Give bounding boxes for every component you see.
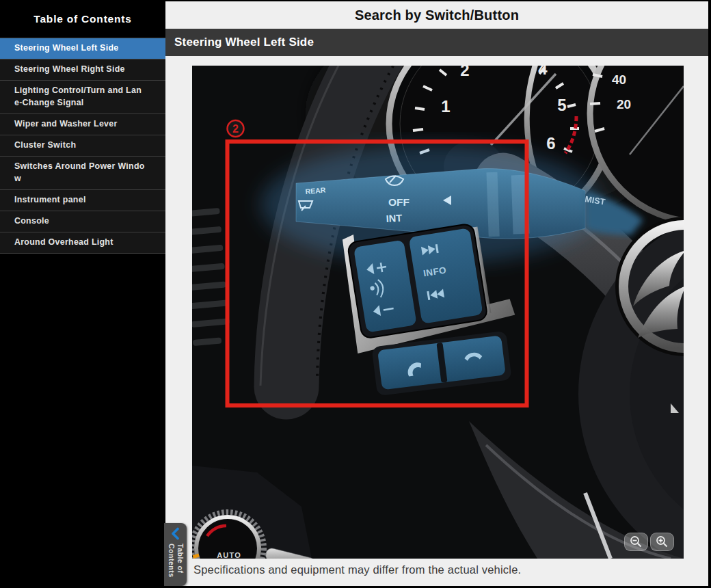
speedo-number-20: 20 — [617, 97, 631, 111]
zoom-out-button[interactable] — [624, 533, 648, 551]
figure-caption: Specifications and equipment may differ … — [193, 563, 521, 576]
section-title: Steering Wheel Left Side — [165, 29, 708, 56]
page-title: Search by Switch/Button — [165, 1, 708, 29]
tach-number-1: 1 — [441, 97, 450, 116]
toc-list: Steering Wheel Left Side Steering Wheel … — [0, 38, 165, 254]
zoom-out-icon — [630, 535, 643, 548]
sidebar-item-steering-wheel-right-side[interactable]: Steering Wheel Right Side — [0, 59, 165, 80]
steering-wheel-illustration: 1 2 4 5 6 P — [192, 66, 684, 559]
sidebar-item-cluster-switch[interactable]: Cluster Switch — [0, 135, 165, 156]
wiper-off-label: OFF — [388, 196, 410, 208]
steering-wheel-photo: 1 2 4 5 6 P — [192, 66, 684, 559]
sidebar-item-steering-wheel-left-side[interactable]: Steering Wheel Left Side — [0, 38, 165, 59]
tach-number-6: 6 — [546, 134, 555, 152]
sidebar-item-console[interactable]: Console — [0, 211, 165, 232]
speedo-number-40: 40 — [612, 72, 626, 87]
tach-number-5: 5 — [557, 96, 566, 114]
knob-auto-label: AUTO — [217, 551, 241, 559]
table-of-contents-sidebar: Table of Contents Steering Wheel Left Si… — [0, 0, 165, 588]
region-marker-number[interactable]: 2 — [232, 123, 239, 135]
zoom-in-icon — [656, 535, 669, 548]
sidebar-item-lighting-control[interactable]: Lighting Control/Turn and Lane-Change Si… — [0, 80, 165, 113]
zoom-in-button[interactable] — [650, 533, 674, 551]
sidebar-item-around-overhead-light[interactable]: Around Overhead Light — [0, 232, 165, 253]
manual-page: Table of Contents Steering Wheel Left Si… — [0, 0, 711, 588]
toc-title: Table of Contents — [0, 0, 165, 38]
tach-number-2: 2 — [460, 66, 469, 79]
sidebar-item-power-window-switches[interactable]: Switches Around Power Window — [0, 156, 165, 189]
toc-collapse-tab[interactable]: Table of Contents — [164, 523, 187, 586]
sidebar-item-wiper-washer-lever[interactable]: Wiper and Washer Lever — [0, 113, 165, 135]
figure-area: 1 2 4 5 6 P — [165, 56, 708, 586]
content-area: Search by Switch/Button Steering Wheel L… — [165, 1, 708, 586]
zoom-controls — [624, 533, 674, 551]
tach-number-4: 4 — [538, 66, 548, 78]
chevron-left-icon — [170, 527, 181, 540]
wiper-int-label: INT — [386, 213, 402, 224]
sidebar-item-instrument-panel[interactable]: Instrument panel — [0, 189, 165, 211]
toc-tab-label: Table of Contents — [166, 544, 185, 586]
